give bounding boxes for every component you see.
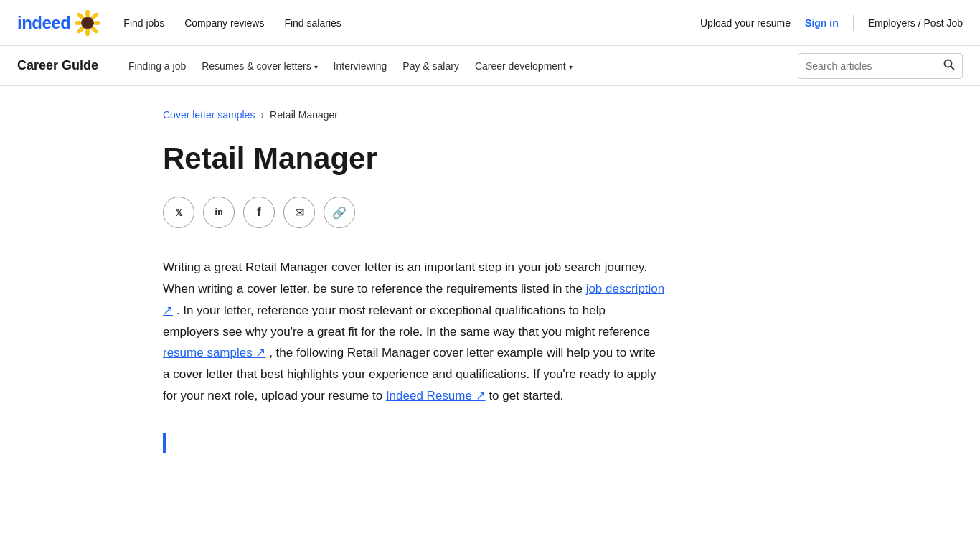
link-icon: 🔗 — [332, 206, 347, 220]
pay-salary-link[interactable]: Pay & salary — [395, 56, 466, 76]
top-nav-right: Upload your resume Sign in Employers / P… — [700, 15, 963, 31]
career-guide-title: Career Guide — [17, 58, 98, 73]
top-nav-links: Find jobs Company reviews Find salaries — [123, 17, 700, 29]
social-share: 𝕏 in f ✉ 🔗 — [163, 197, 817, 228]
breadcrumb-parent-link[interactable]: Cover letter samples — [163, 109, 255, 121]
body-text-1: Writing a great Retail Manager cover let… — [163, 260, 647, 296]
indeed-wordmark: indeed — [17, 13, 70, 32]
svg-point-10 — [945, 60, 952, 67]
employers-link[interactable]: Employers / Post Job — [868, 17, 963, 29]
search-submit-button[interactable] — [939, 59, 955, 73]
breadcrumb-separator: › — [260, 109, 264, 121]
svg-point-9 — [83, 18, 93, 28]
nav-divider — [853, 15, 854, 31]
breadcrumb-current: Retail Manager — [270, 109, 338, 121]
search-input[interactable] — [806, 60, 939, 72]
article-body: Writing a great Retail Manager cover let… — [163, 257, 665, 406]
resumes-link[interactable]: Resumes & cover letters ▾ — [194, 56, 324, 76]
twitter-icon: 𝕏 — [175, 207, 182, 218]
breadcrumb: Cover letter samples › Retail Manager — [163, 109, 817, 121]
interviewing-link[interactable]: Interviewing — [326, 56, 395, 76]
search-icon — [943, 59, 955, 70]
svg-line-11 — [951, 66, 955, 70]
find-salaries-link[interactable]: Find salaries — [284, 17, 341, 29]
section-heading-hint — [163, 433, 817, 453]
facebook-share-button[interactable]: f — [243, 197, 275, 228]
indeed-logo-link[interactable]: indeed — [17, 13, 70, 33]
search-box-wrapper — [798, 53, 963, 79]
linkedin-share-button[interactable]: in — [203, 197, 235, 228]
upload-resume-link[interactable]: Upload your resume — [700, 17, 791, 29]
article-title: Retail Manager — [163, 141, 817, 176]
twitter-share-button[interactable]: 𝕏 — [163, 197, 194, 228]
top-nav: indeed Find jobs Company reviews Find sa… — [0, 0, 980, 46]
secondary-nav-links: Finding a job Resumes & cover letters ▾ … — [121, 56, 798, 76]
main-content: Cover letter samples › Retail Manager Re… — [146, 86, 834, 496]
find-jobs-link[interactable]: Find jobs — [123, 17, 164, 29]
linkedin-icon: in — [215, 207, 223, 218]
copy-link-button[interactable]: 🔗 — [324, 197, 355, 228]
sunflower-icon — [75, 10, 100, 36]
email-icon: ✉ — [295, 206, 304, 220]
body-text-2: . In your letter, reference your most re… — [163, 303, 650, 339]
resumes-dropdown-arrow: ▾ — [314, 63, 318, 71]
email-share-button[interactable]: ✉ — [283, 197, 315, 228]
company-reviews-link[interactable]: Company reviews — [184, 17, 264, 29]
resume-samples-link[interactable]: resume samples ↗ — [163, 346, 265, 359]
career-dev-dropdown-arrow: ▾ — [569, 63, 573, 71]
finding-job-link[interactable]: Finding a job — [121, 56, 193, 76]
facebook-icon: f — [257, 206, 260, 219]
logo-area: indeed — [17, 10, 100, 36]
article-paragraph-1: Writing a great Retail Manager cover let… — [163, 257, 665, 406]
indeed-resume-link[interactable]: Indeed Resume ↗ — [386, 389, 486, 402]
secondary-nav: Career Guide Finding a job Resumes & cov… — [0, 46, 980, 86]
sign-in-link[interactable]: Sign in — [805, 17, 839, 29]
career-dev-link[interactable]: Career development ▾ — [468, 56, 580, 76]
body-text-4: to get started. — [489, 389, 563, 402]
